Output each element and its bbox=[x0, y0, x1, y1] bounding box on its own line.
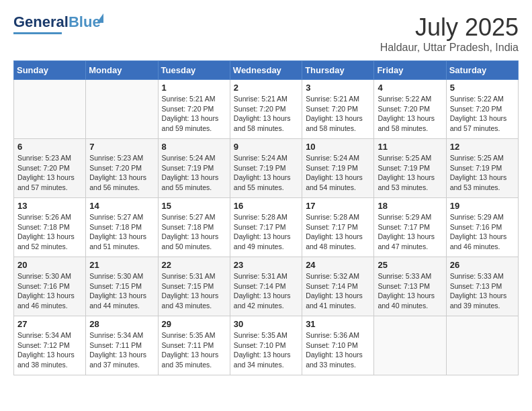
cell-info: Sunrise: 5:25 AM Sunset: 7:19 PM Dayligh… bbox=[450, 153, 515, 193]
calendar-cell: 5Sunrise: 5:22 AM Sunset: 7:20 PM Daylig… bbox=[446, 80, 518, 139]
calendar-cell bbox=[446, 316, 518, 375]
calendar-cell: 27Sunrise: 5:34 AM Sunset: 7:12 PM Dayli… bbox=[14, 316, 86, 375]
cell-info: Sunrise: 5:32 AM Sunset: 7:14 PM Dayligh… bbox=[306, 271, 370, 311]
cell-info: Sunrise: 5:25 AM Sunset: 7:19 PM Dayligh… bbox=[378, 153, 442, 193]
calendar-cell: 26Sunrise: 5:33 AM Sunset: 7:13 PM Dayli… bbox=[446, 257, 518, 316]
cell-info: Sunrise: 5:22 AM Sunset: 7:20 PM Dayligh… bbox=[450, 94, 515, 134]
cell-info: Sunrise: 5:24 AM Sunset: 7:19 PM Dayligh… bbox=[162, 153, 226, 193]
day-number: 8 bbox=[162, 142, 226, 152]
cell-info: Sunrise: 5:27 AM Sunset: 7:18 PM Dayligh… bbox=[89, 212, 154, 252]
day-number: 20 bbox=[17, 260, 82, 270]
calendar-cell: 1Sunrise: 5:21 AM Sunset: 7:20 PM Daylig… bbox=[158, 80, 230, 139]
cell-info: Sunrise: 5:21 AM Sunset: 7:20 PM Dayligh… bbox=[162, 94, 226, 134]
cell-info: Sunrise: 5:24 AM Sunset: 7:19 PM Dayligh… bbox=[234, 153, 298, 193]
day-number: 21 bbox=[89, 260, 154, 270]
calendar-table: SundayMondayTuesdayWednesdayThursdayFrid… bbox=[13, 60, 519, 375]
day-header-saturday: Saturday bbox=[446, 61, 518, 80]
day-header-tuesday: Tuesday bbox=[158, 61, 230, 80]
day-number: 19 bbox=[450, 201, 515, 211]
cell-info: Sunrise: 5:31 AM Sunset: 7:15 PM Dayligh… bbox=[162, 271, 226, 311]
cell-info: Sunrise: 5:34 AM Sunset: 7:12 PM Dayligh… bbox=[17, 330, 82, 370]
cell-info: Sunrise: 5:34 AM Sunset: 7:11 PM Dayligh… bbox=[89, 330, 154, 370]
day-number: 25 bbox=[378, 260, 442, 270]
day-number: 7 bbox=[89, 142, 154, 152]
calendar-header: SundayMondayTuesdayWednesdayThursdayFrid… bbox=[14, 61, 519, 80]
calendar-cell bbox=[86, 80, 158, 139]
cell-info: Sunrise: 5:23 AM Sunset: 7:20 PM Dayligh… bbox=[89, 153, 154, 193]
calendar-cell: 31Sunrise: 5:36 AM Sunset: 7:10 PM Dayli… bbox=[302, 316, 374, 375]
day-number: 3 bbox=[306, 83, 370, 93]
calendar-cell: 9Sunrise: 5:24 AM Sunset: 7:19 PM Daylig… bbox=[230, 139, 302, 198]
day-number: 15 bbox=[162, 201, 226, 211]
cell-info: Sunrise: 5:23 AM Sunset: 7:20 PM Dayligh… bbox=[17, 153, 82, 193]
day-number: 22 bbox=[162, 260, 226, 270]
calendar-cell: 25Sunrise: 5:33 AM Sunset: 7:13 PM Dayli… bbox=[374, 257, 446, 316]
calendar-cell: 19Sunrise: 5:29 AM Sunset: 7:16 PM Dayli… bbox=[446, 198, 518, 257]
logo-general: General bbox=[13, 13, 69, 30]
title-block: July 2025 Haldaur, Uttar Pradesh, India bbox=[380, 13, 519, 54]
calendar-cell: 28Sunrise: 5:34 AM Sunset: 7:11 PM Dayli… bbox=[86, 316, 158, 375]
day-number: 12 bbox=[450, 142, 515, 152]
day-header-wednesday: Wednesday bbox=[230, 61, 302, 80]
day-number: 2 bbox=[234, 83, 298, 93]
day-number: 13 bbox=[17, 201, 82, 211]
calendar-cell: 6Sunrise: 5:23 AM Sunset: 7:20 PM Daylig… bbox=[14, 139, 86, 198]
cell-info: Sunrise: 5:29 AM Sunset: 7:16 PM Dayligh… bbox=[450, 212, 515, 252]
day-number: 4 bbox=[378, 83, 442, 93]
day-number: 5 bbox=[450, 83, 515, 93]
day-number: 14 bbox=[89, 201, 154, 211]
day-number: 16 bbox=[234, 201, 298, 211]
cell-info: Sunrise: 5:33 AM Sunset: 7:13 PM Dayligh… bbox=[378, 271, 442, 311]
calendar-cell: 18Sunrise: 5:29 AM Sunset: 7:17 PM Dayli… bbox=[374, 198, 446, 257]
day-number: 18 bbox=[378, 201, 442, 211]
day-header-sunday: Sunday bbox=[14, 61, 86, 80]
day-header-thursday: Thursday bbox=[302, 61, 374, 80]
cell-info: Sunrise: 5:28 AM Sunset: 7:17 PM Dayligh… bbox=[234, 212, 298, 252]
day-number: 24 bbox=[306, 260, 370, 270]
cell-info: Sunrise: 5:33 AM Sunset: 7:13 PM Dayligh… bbox=[450, 271, 515, 311]
day-header-monday: Monday bbox=[86, 61, 158, 80]
calendar-cell: 11Sunrise: 5:25 AM Sunset: 7:19 PM Dayli… bbox=[374, 139, 446, 198]
day-number: 6 bbox=[17, 142, 82, 152]
calendar-cell: 13Sunrise: 5:26 AM Sunset: 7:18 PM Dayli… bbox=[14, 198, 86, 257]
day-number: 29 bbox=[162, 319, 226, 329]
calendar-cell bbox=[14, 80, 86, 139]
day-number: 17 bbox=[306, 201, 370, 211]
cell-info: Sunrise: 5:28 AM Sunset: 7:17 PM Dayligh… bbox=[306, 212, 370, 252]
month-year: July 2025 bbox=[380, 13, 519, 42]
cell-info: Sunrise: 5:26 AM Sunset: 7:18 PM Dayligh… bbox=[17, 212, 82, 252]
day-number: 10 bbox=[306, 142, 370, 152]
day-number: 23 bbox=[234, 260, 298, 270]
calendar-cell: 30Sunrise: 5:35 AM Sunset: 7:10 PM Dayli… bbox=[230, 316, 302, 375]
logo: GeneralBlue bbox=[13, 13, 101, 34]
day-number: 1 bbox=[162, 83, 226, 93]
cell-info: Sunrise: 5:30 AM Sunset: 7:16 PM Dayligh… bbox=[17, 271, 82, 311]
calendar-cell bbox=[374, 316, 446, 375]
calendar-cell: 3Sunrise: 5:21 AM Sunset: 7:20 PM Daylig… bbox=[302, 80, 374, 139]
page-header: GeneralBlue July 2025 Haldaur, Uttar Pra… bbox=[13, 13, 519, 54]
day-number: 9 bbox=[234, 142, 298, 152]
day-number: 31 bbox=[306, 319, 370, 329]
cell-info: Sunrise: 5:21 AM Sunset: 7:20 PM Dayligh… bbox=[234, 94, 298, 134]
cell-info: Sunrise: 5:36 AM Sunset: 7:10 PM Dayligh… bbox=[306, 330, 370, 370]
cell-info: Sunrise: 5:29 AM Sunset: 7:17 PM Dayligh… bbox=[378, 212, 442, 252]
calendar-cell: 10Sunrise: 5:24 AM Sunset: 7:19 PM Dayli… bbox=[302, 139, 374, 198]
calendar-cell: 8Sunrise: 5:24 AM Sunset: 7:19 PM Daylig… bbox=[158, 139, 230, 198]
cell-info: Sunrise: 5:35 AM Sunset: 7:10 PM Dayligh… bbox=[234, 330, 298, 370]
logo-blue: Blue bbox=[69, 13, 101, 30]
calendar-cell: 24Sunrise: 5:32 AM Sunset: 7:14 PM Dayli… bbox=[302, 257, 374, 316]
calendar-cell: 17Sunrise: 5:28 AM Sunset: 7:17 PM Dayli… bbox=[302, 198, 374, 257]
day-number: 28 bbox=[89, 319, 154, 329]
calendar-cell: 4Sunrise: 5:22 AM Sunset: 7:20 PM Daylig… bbox=[374, 80, 446, 139]
day-number: 30 bbox=[234, 319, 298, 329]
calendar-cell: 21Sunrise: 5:30 AM Sunset: 7:15 PM Dayli… bbox=[86, 257, 158, 316]
day-number: 11 bbox=[378, 142, 442, 152]
calendar-cell: 14Sunrise: 5:27 AM Sunset: 7:18 PM Dayli… bbox=[86, 198, 158, 257]
calendar-cell: 12Sunrise: 5:25 AM Sunset: 7:19 PM Dayli… bbox=[446, 139, 518, 198]
calendar-cell: 23Sunrise: 5:31 AM Sunset: 7:14 PM Dayli… bbox=[230, 257, 302, 316]
calendar-cell: 2Sunrise: 5:21 AM Sunset: 7:20 PM Daylig… bbox=[230, 80, 302, 139]
cell-info: Sunrise: 5:30 AM Sunset: 7:15 PM Dayligh… bbox=[89, 271, 154, 311]
cell-info: Sunrise: 5:24 AM Sunset: 7:19 PM Dayligh… bbox=[306, 153, 370, 193]
calendar-cell: 22Sunrise: 5:31 AM Sunset: 7:15 PM Dayli… bbox=[158, 257, 230, 316]
calendar-cell: 29Sunrise: 5:35 AM Sunset: 7:11 PM Dayli… bbox=[158, 316, 230, 375]
